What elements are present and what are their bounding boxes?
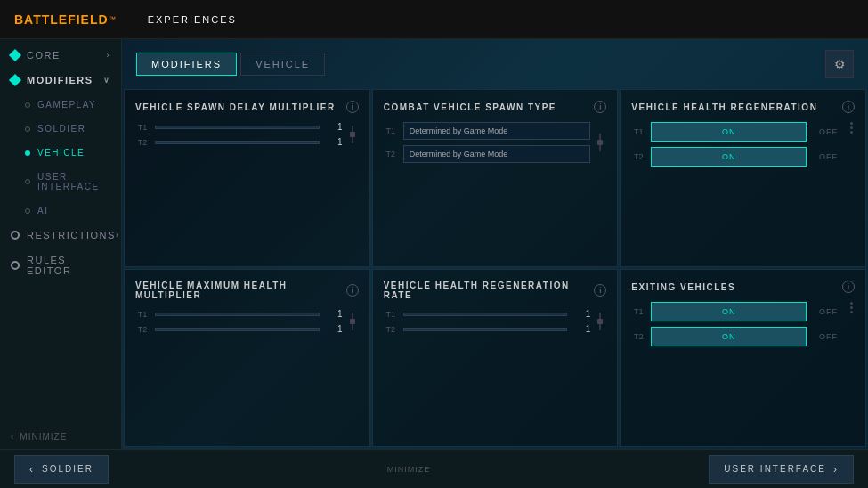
- link-icon-4[interactable]: [346, 309, 359, 334]
- toggle-row-t1: T1 ON OFF: [631, 122, 845, 142]
- prev-arrow-icon: ‹: [29, 463, 35, 476]
- circle-icon-restrictions: [11, 231, 20, 240]
- sidebar-item-restrictions[interactable]: RESTRICTIONS ›: [0, 223, 121, 248]
- dot-soldier: [25, 126, 30, 132]
- sidebar-label-gameplay: Gameplay: [37, 100, 96, 110]
- next-arrow-icon: ›: [833, 463, 839, 476]
- sidebar-item-rules-editor[interactable]: RULES EDITOR: [0, 248, 121, 283]
- toggle-on-6-t1[interactable]: ON: [651, 302, 807, 321]
- toggle-off-t2[interactable]: OFF: [812, 148, 845, 166]
- info-icon-4[interactable]: i: [346, 284, 359, 297]
- diamond-icon-modifiers: [9, 74, 21, 86]
- svg-rect-2: [350, 132, 355, 137]
- dot-6-1: [850, 302, 853, 305]
- sidebar: CORE › MODIFIERS ∨ Gameplay Soldier Vehi…: [0, 39, 122, 449]
- sidebar-item-vehicle[interactable]: Vehicle: [0, 141, 121, 165]
- link-icon-1[interactable]: [346, 122, 359, 147]
- toggle-dots-6[interactable]: [848, 302, 855, 346]
- svg-rect-3: [599, 134, 601, 141]
- dot-3: [850, 131, 853, 134]
- tier-5-t2: T2: [384, 325, 398, 334]
- logo-tm: ™: [109, 15, 116, 23]
- toggle-row-t2: T2 ON OFF: [631, 147, 845, 167]
- card-max-health: VEHICLE MAXIMUM HEALTH MULTIPLIER i T1 1…: [124, 269, 370, 447]
- card-title-spawn-delay: VEHICLE SPAWN DELAY MULTIPLIER: [135, 102, 336, 112]
- card-title-row-2: COMBAT VEHICLE SPAWN TYPE i: [384, 101, 607, 113]
- slider-track-4-t2[interactable]: [155, 328, 320, 331]
- slider-track-5-t1[interactable]: [403, 313, 568, 316]
- card-title-row-4: VEHICLE MAXIMUM HEALTH MULTIPLIER i: [135, 281, 359, 300]
- minimize-label: MINIMIZE: [20, 432, 67, 442]
- sidebar-label-soldier: Soldier: [37, 124, 85, 134]
- toggle-dots-3[interactable]: [848, 122, 855, 167]
- next-button[interactable]: USER INTERFACE ›: [709, 455, 854, 484]
- info-icon-6[interactable]: i: [842, 281, 855, 293]
- circle-icon-rules: [11, 261, 20, 270]
- dot-6-3: [850, 311, 853, 313]
- slider-track-4-t1[interactable]: [155, 313, 320, 316]
- tier-tog-t2: T2: [631, 152, 645, 161]
- dot-gameplay: [25, 102, 30, 108]
- slider-row-5-t1: T1 1: [384, 309, 591, 319]
- nav-experiences[interactable]: EXPERIENCES: [137, 14, 247, 25]
- sidebar-item-modifiers[interactable]: MODIFIERS ∨: [0, 68, 121, 93]
- prev-button[interactable]: ‹ SOLDIER: [14, 455, 109, 484]
- card-title-row-6: EXITING VEHICLES i: [631, 281, 855, 293]
- dropdown-t2[interactable]: Determined by Game Mode: [403, 145, 591, 163]
- minimize-label-bottom: MINIMIZE: [387, 465, 431, 474]
- sidebar-minimize[interactable]: ‹ MINIMIZE: [0, 425, 121, 449]
- sidebar-item-ai[interactable]: AI: [0, 199, 121, 223]
- sidebar-label-vehicle: Vehicle: [37, 148, 85, 158]
- card-title-health-regen: VEHICLE HEALTH REGENERATION: [631, 102, 817, 112]
- link-icon-5[interactable]: [594, 309, 606, 334]
- card-health-regen: VEHICLE HEALTH REGENERATION i T1 ON OFF …: [620, 89, 866, 267]
- toggle-on-t2[interactable]: ON: [651, 147, 807, 167]
- sidebar-item-user-interface[interactable]: User Interface: [0, 165, 121, 199]
- link-icon-2[interactable]: [594, 122, 606, 163]
- sidebar-label-modifiers: MODIFIERS: [27, 75, 93, 85]
- card-regen-rate: VEHICLE HEALTH REGENERATION RATE i T1 1 …: [372, 269, 619, 447]
- slider-value-5-t1: 1: [572, 309, 590, 319]
- sidebar-item-gameplay[interactable]: Gameplay: [0, 93, 121, 117]
- toggle-off-6-t1[interactable]: OFF: [812, 303, 845, 321]
- slider-value-4-t2: 1: [325, 324, 343, 334]
- card-title-regen-rate: VEHICLE HEALTH REGENERATION RATE: [384, 281, 595, 300]
- sidebar-label-ai: AI: [37, 206, 48, 216]
- svg-rect-7: [352, 323, 353, 330]
- slider-value-5-t2: 1: [572, 324, 590, 334]
- toggle-off-t1[interactable]: OFF: [812, 123, 845, 141]
- svg-rect-11: [597, 319, 603, 324]
- card-exiting-vehicles: EXITING VEHICLES i T1 ON OFF T2 ON OFF: [620, 269, 866, 447]
- toggle-on-t1[interactable]: ON: [651, 122, 807, 142]
- tier-tog-t1: T1: [631, 127, 645, 136]
- sidebar-item-core[interactable]: CORE ›: [0, 43, 121, 68]
- card-title-max-health: VEHICLE MAXIMUM HEALTH MULTIPLIER: [135, 281, 346, 300]
- svg-rect-8: [350, 319, 355, 324]
- info-icon-2[interactable]: i: [594, 101, 606, 113]
- dropdown-t1[interactable]: Determined by Game Mode: [403, 122, 591, 140]
- tab-modifiers[interactable]: MODIFIERS: [136, 53, 237, 76]
- next-label: USER INTERFACE: [724, 464, 826, 474]
- sidebar-label-rules: RULES EDITOR: [27, 255, 110, 276]
- slider-row-t2: T2 1: [135, 137, 343, 147]
- gear-button[interactable]: ⚙: [825, 50, 854, 78]
- slider-track-5-t2[interactable]: [403, 328, 568, 331]
- slider-track-t1[interactable]: [155, 126, 320, 129]
- chevron-left-icon: ‹: [11, 432, 14, 442]
- info-icon-1[interactable]: i: [346, 101, 359, 113]
- info-icon-3[interactable]: i: [842, 101, 855, 113]
- toggle-on-6-t2[interactable]: ON: [651, 327, 807, 346]
- card-title-row-5: VEHICLE HEALTH REGENERATION RATE i: [384, 281, 607, 300]
- sidebar-label-core: CORE: [27, 50, 61, 61]
- toggle-off-6-t2[interactable]: OFF: [812, 328, 845, 346]
- sidebar-item-soldier[interactable]: Soldier: [0, 117, 121, 141]
- card-title-exiting: EXITING VEHICLES: [631, 282, 735, 292]
- info-icon-5[interactable]: i: [594, 284, 606, 297]
- toggle-row-6-t2: T2 ON OFF: [631, 327, 845, 346]
- slider-track-t2[interactable]: [155, 141, 320, 144]
- slider-value-4-t1: 1: [325, 309, 343, 319]
- tab-vehicle[interactable]: VEHICLE: [240, 53, 325, 76]
- logo: BATTLEFIELD™: [14, 12, 116, 27]
- chevron-restrictions: ›: [116, 231, 120, 240]
- tier-6-t1: T1: [631, 307, 645, 316]
